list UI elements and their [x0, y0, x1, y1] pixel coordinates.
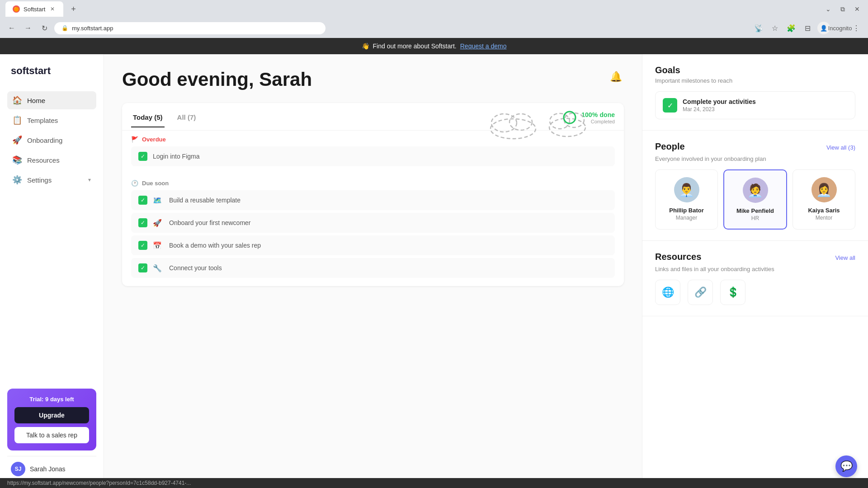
- maximize-button[interactable]: ⧉: [837, 4, 848, 14]
- person-name-phillip: Phillip Bator: [661, 207, 712, 214]
- task-emoji-template: 🗺️: [153, 196, 162, 205]
- tab-today[interactable]: Today (5): [131, 113, 165, 127]
- tab-title: Softstart: [24, 6, 45, 13]
- resources-title: Resources: [655, 252, 701, 262]
- tab-all[interactable]: All (7): [175, 113, 198, 127]
- person-card-kaiya[interactable]: 👩‍💼 Kaiya Saris Mentor: [793, 169, 855, 230]
- promo-wave: 👋: [362, 42, 369, 50]
- task-label-tools: Connect your tools: [169, 264, 222, 272]
- due-soon-label: 🕐 Due soon: [131, 180, 615, 187]
- status-bar: https://my.softstart.app/newcomer/people…: [0, 478, 868, 488]
- task-check-icon: ✓: [138, 263, 147, 272]
- chat-bubble-button[interactable]: 💬: [835, 455, 857, 477]
- settings-icon: ⚙️: [13, 175, 22, 184]
- task-emoji-tools: 🔧: [153, 264, 162, 272]
- task-item-login-figma[interactable]: ✓ Login into Figma: [131, 146, 615, 166]
- split-screen-icon[interactable]: ⊟: [801, 22, 814, 34]
- sidebar-item-onboarding[interactable]: 🚀 Onboarding: [7, 131, 96, 149]
- view-all-people-link[interactable]: View all (3): [826, 144, 855, 151]
- bookmark-icon[interactable]: ☆: [769, 22, 781, 34]
- tab-close-button[interactable]: ✕: [49, 5, 56, 13]
- minimize-button[interactable]: ⌄: [823, 4, 834, 14]
- person-role-phillip: Manager: [661, 215, 712, 221]
- task-check-icon: ✓: [138, 152, 147, 161]
- resource-icon-dollar[interactable]: 💲: [720, 280, 745, 305]
- sidebar-item-templates[interactable]: 📋 Templates: [7, 111, 96, 129]
- sidebar-item-settings[interactable]: ⚙️ Settings ▾: [7, 171, 96, 189]
- task-item-template[interactable]: ✓ 🗺️ Build a reusable template: [131, 190, 615, 210]
- user-name: Sarah Jonas: [30, 465, 66, 473]
- greeting: Good evening, Sarah: [122, 69, 624, 90]
- task-item-demo[interactable]: ✓ 📅 Book a demo with your sales rep: [131, 235, 615, 255]
- resources-header: Resources View all: [655, 252, 855, 264]
- sidebar: softstart 🏠 Home 📋 Templates 🚀 Onboardin…: [0, 54, 104, 487]
- main-content: Good evening, Sarah 🔔 Today (5) All (7): [104, 54, 642, 487]
- due-soon-section: 🕐 Due soon ✓ 🗺️ Build a reusable templat…: [122, 174, 624, 286]
- task-emoji-newcomer: 🚀: [153, 219, 162, 227]
- task-emoji-demo: 📅: [153, 241, 162, 250]
- sales-button[interactable]: Talk to a sales rep: [14, 427, 89, 443]
- due-soon-clock-icon: 🕐: [131, 180, 138, 187]
- goals-title: Goals: [655, 65, 855, 75]
- goals-section: Goals Important milestones to reach ✓ Co…: [642, 54, 868, 131]
- back-button[interactable]: ←: [5, 22, 18, 34]
- view-all-resources-link[interactable]: View all: [835, 254, 855, 261]
- app-logo: softstart: [7, 65, 96, 77]
- sidebar-nav: 🏠 Home 📋 Templates 🚀 Onboarding 📚 Resour…: [7, 91, 96, 389]
- task-label: Login into Figma: [153, 153, 200, 160]
- resources-subtitle: Links and files in all your onboarding a…: [655, 266, 855, 272]
- home-icon: 🏠: [13, 96, 22, 105]
- task-item-newcomer[interactable]: ✓ 🚀 Onboard your first newcomer: [131, 213, 615, 233]
- person-role-kaiya: Mentor: [798, 215, 849, 221]
- person-card-phillip[interactable]: 👨‍💼 Phillip Bator Manager: [655, 169, 718, 230]
- tab-favicon: 🟠: [13, 5, 20, 13]
- templates-icon: 📋: [13, 116, 22, 125]
- goals-subtitle: Important milestones to reach: [655, 77, 855, 84]
- resources-icons: 🌐 🔗 💲: [655, 280, 855, 305]
- sidebar-item-home-label: Home: [27, 97, 45, 104]
- address-bar[interactable]: 🔒 my.softstart.app: [54, 22, 326, 34]
- sidebar-item-resources-label: Resources: [27, 156, 60, 164]
- sidebar-user: SJ Sarah Jonas: [7, 456, 96, 476]
- new-tab-button[interactable]: +: [67, 3, 80, 15]
- goal-item[interactable]: ✓ Complete your activities Mar 24, 2023: [655, 91, 855, 119]
- extensions-icon[interactable]: 🧩: [785, 22, 797, 34]
- sidebar-item-home[interactable]: 🏠 Home: [7, 91, 96, 109]
- notification-bell-icon[interactable]: 🔔: [608, 69, 624, 85]
- upgrade-button[interactable]: Upgrade: [14, 407, 89, 423]
- person-role-mike: HR: [730, 215, 781, 221]
- reload-button[interactable]: ↻: [38, 22, 51, 34]
- incognito-label: Incognito: [834, 22, 846, 34]
- trial-text: Trial: 9 days left: [14, 396, 89, 403]
- resources-icon: 📚: [13, 155, 22, 164]
- promo-text: Find out more about Softstart.: [373, 42, 457, 50]
- cast-icon[interactable]: 📡: [752, 22, 765, 34]
- menu-icon[interactable]: ⋮: [850, 22, 863, 34]
- close-window-button[interactable]: ✕: [852, 4, 863, 14]
- trial-box: Trial: 9 days left Upgrade Talk to a sal…: [7, 389, 96, 450]
- task-check-icon: ✓: [138, 196, 147, 205]
- svg-point-7: [564, 112, 576, 123]
- progress-done-label: done: [600, 111, 615, 118]
- browser-tab[interactable]: 🟠 Softstart ✕: [5, 1, 63, 17]
- people-header: People View all (3): [655, 141, 855, 154]
- task-label-template: Build a reusable template: [169, 197, 241, 204]
- resource-icon-link[interactable]: 🔗: [688, 280, 713, 305]
- goal-check-icon: ✓: [663, 98, 677, 113]
- sidebar-item-templates-label: Templates: [27, 117, 58, 124]
- forward-button[interactable]: →: [22, 22, 34, 34]
- avatar-mike: 🧑‍💼: [743, 178, 768, 203]
- goal-title: Complete your activities: [683, 98, 756, 105]
- promo-link[interactable]: Request a demo: [460, 42, 507, 50]
- person-card-mike[interactable]: 🧑‍💼 Mike Penfield HR: [723, 169, 787, 230]
- avatar-phillip: 👨‍💼: [674, 177, 699, 202]
- people-grid: 👨‍💼 Phillip Bator Manager 🧑‍💼 Mike Penfi…: [655, 169, 855, 230]
- overdue-flag-icon: 🚩: [131, 136, 138, 143]
- task-item-tools[interactable]: ✓ 🔧 Connect your tools: [131, 258, 615, 278]
- sidebar-item-resources[interactable]: 📚 Resources: [7, 151, 96, 169]
- people-title: People: [655, 141, 685, 152]
- resource-icon-web[interactable]: 🌐: [655, 280, 680, 305]
- promo-banner: 👋 Find out more about Softstart. Request…: [0, 38, 868, 54]
- people-subtitle: Everyone involved in your onboarding pla…: [655, 155, 855, 162]
- sidebar-item-onboarding-label: Onboarding: [27, 136, 62, 144]
